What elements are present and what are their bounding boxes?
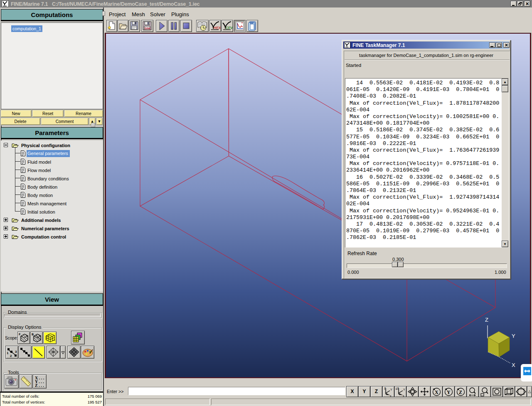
svg-text:CFV: CFV <box>226 26 233 30</box>
svg-text:Y: Y <box>390 388 392 391</box>
svg-text:3: 3 <box>15 350 17 354</box>
svg-text:HEX: HEX <box>214 26 221 30</box>
svg-text:Y: Y <box>403 388 405 391</box>
svg-text:x: x <box>390 394 392 397</box>
svg-text:2: 2 <box>10 354 12 358</box>
svg-text:B: B <box>32 333 34 336</box>
svg-text:Y: Y <box>512 333 515 339</box>
svg-text:Z: Z <box>397 387 399 390</box>
svg-text:F: F <box>19 333 21 336</box>
svg-text:Y: Y <box>447 389 451 395</box>
svg-text:X: X <box>512 362 515 368</box>
svg-text:Z: Z <box>384 387 386 390</box>
svg-text:1: 1 <box>7 351 9 355</box>
svg-text:F: F <box>54 339 55 342</box>
svg-text:SIM: SIM <box>145 27 151 30</box>
svg-text:Z: Z <box>485 317 488 323</box>
svg-text:Z: Z <box>459 389 462 395</box>
svg-text:x: x <box>403 394 404 397</box>
svg-text:X: X <box>435 389 438 395</box>
